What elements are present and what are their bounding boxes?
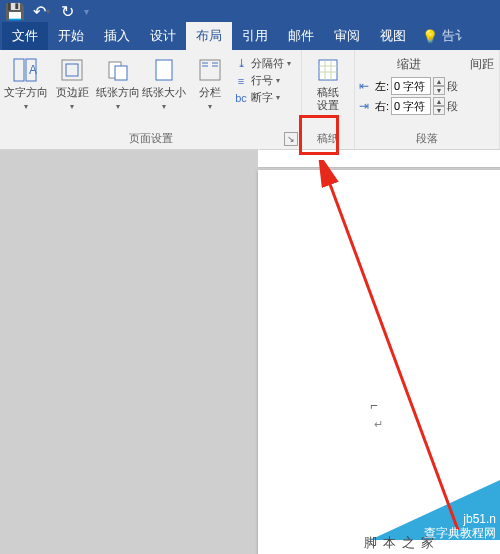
bulb-icon: 💡	[422, 29, 438, 44]
columns-icon	[194, 56, 226, 84]
indent-left-row: ⇤ 左: ▲▼ 段	[359, 77, 458, 95]
breaks-icon: ⤓	[234, 57, 248, 70]
manuscript-button[interactable]: 稿纸 设置	[306, 54, 350, 112]
quick-access-toolbar: 💾 ↶▾ ↻ ▾	[4, 1, 91, 21]
spacing-controls: 间距	[470, 54, 494, 75]
spacing-header: 间距	[470, 56, 494, 73]
title-bar: 💾 ↶▾ ↻ ▾	[0, 0, 500, 22]
columns-button[interactable]: 分栏▾	[188, 54, 232, 113]
tab-mailings[interactable]: 邮件	[278, 22, 324, 50]
hyphenation-icon: bc	[234, 92, 248, 104]
indent-left-input[interactable]	[391, 77, 431, 95]
ribbon-tabs: 文件 开始 插入 设计 布局 引用 邮件 审阅 视图 💡告讠	[0, 22, 500, 50]
line-numbers-icon: ≡	[234, 75, 248, 87]
paragraph-mark-icon: ↵	[374, 418, 383, 431]
group-manuscript: 稿纸 设置 稿纸	[302, 50, 355, 149]
orientation-button[interactable]: 纸张方向▾	[96, 54, 140, 113]
indent-controls: 缩进 ⇤ 左: ▲▼ 段 ⇥ 右: ▲▼ 段	[359, 54, 458, 115]
page-setup-label: 页面设置 ↘	[0, 129, 301, 149]
manuscript-icon	[312, 56, 344, 84]
indent-left-down[interactable]: ▼	[433, 86, 445, 95]
svg-rect-6	[115, 66, 127, 80]
svg-rect-7	[156, 60, 172, 80]
hyphenation-button[interactable]: bc断字▾	[234, 90, 291, 105]
margins-button[interactable]: 页边距▾	[50, 54, 94, 113]
ruler[interactable]	[258, 150, 500, 168]
svg-rect-0	[14, 59, 24, 81]
indent-right-input[interactable]	[391, 97, 431, 115]
svg-rect-4	[66, 64, 78, 76]
svg-text:A: A	[29, 63, 37, 77]
indent-right-icon: ⇥	[359, 99, 373, 113]
text-direction-icon: A	[10, 56, 42, 84]
size-icon	[148, 56, 180, 84]
indent-left-up[interactable]: ▲	[433, 77, 445, 86]
svg-rect-3	[62, 60, 82, 80]
indent-right-down[interactable]: ▼	[433, 106, 445, 115]
tab-review[interactable]: 审阅	[324, 22, 370, 50]
text-direction-button[interactable]: A 文字方向▾	[4, 54, 48, 113]
ribbon: A 文字方向▾ 页边距▾ 纸张方向▾ 纸张大小▾ 分栏▾ ⤓分隔符▾ ≡行号	[0, 50, 500, 150]
group-page-setup: A 文字方向▾ 页边距▾ 纸张方向▾ 纸张大小▾ 分栏▾ ⤓分隔符▾ ≡行号	[0, 50, 302, 149]
indent-left-icon: ⇤	[359, 79, 373, 93]
tab-file[interactable]: 文件	[2, 22, 48, 50]
watermark-text: jb51.n 查字典教程网	[424, 512, 496, 540]
indent-header: 缩进	[359, 56, 458, 73]
save-button[interactable]: 💾	[4, 1, 26, 21]
group-paragraph: 缩进 ⇤ 左: ▲▼ 段 ⇥ 右: ▲▼ 段 间距	[355, 50, 500, 149]
tab-view[interactable]: 视图	[370, 22, 416, 50]
line-numbers-button[interactable]: ≡行号▾	[234, 73, 291, 88]
indent-right-row: ⇥ 右: ▲▼ 段	[359, 97, 458, 115]
tab-insert[interactable]: 插入	[94, 22, 140, 50]
indent-right-up[interactable]: ▲	[433, 97, 445, 106]
manuscript-label: 稿纸	[302, 129, 354, 149]
cursor-corner: ⌐	[370, 398, 378, 413]
paragraph-label: 段落	[355, 129, 499, 149]
breaks-button[interactable]: ⤓分隔符▾	[234, 56, 291, 71]
tab-references[interactable]: 引用	[232, 22, 278, 50]
tab-layout[interactable]: 布局	[186, 22, 232, 50]
orientation-icon	[102, 56, 134, 84]
tab-home[interactable]: 开始	[48, 22, 94, 50]
undo-button[interactable]: ↶▾	[30, 1, 52, 21]
redo-button[interactable]: ↻	[56, 1, 78, 21]
page-setup-launcher[interactable]: ↘	[284, 132, 298, 146]
size-button[interactable]: 纸张大小▾	[142, 54, 186, 113]
margins-icon	[56, 56, 88, 84]
tell-me[interactable]: 💡告讠	[416, 22, 468, 50]
svg-rect-13	[319, 60, 337, 80]
tab-design[interactable]: 设计	[140, 22, 186, 50]
breaks-stack: ⤓分隔符▾ ≡行号▾ bc断字▾	[234, 54, 291, 105]
